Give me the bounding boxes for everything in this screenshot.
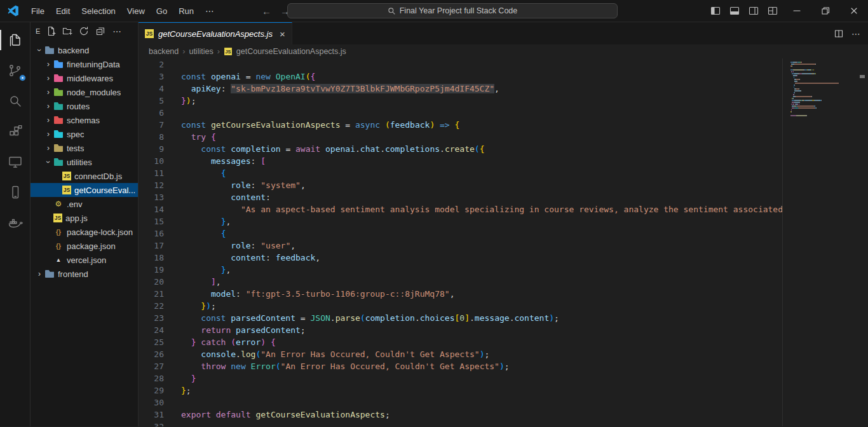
code-line[interactable]: 3const openai = new OpenAI({: [139, 71, 783, 83]
menu-item-selection[interactable]: Selection: [76, 0, 121, 22]
chevron-icon[interactable]: ›: [43, 60, 53, 69]
pending-changes-badge: [19, 74, 26, 81]
breadcrumb-item[interactable]: utilities: [189, 47, 213, 56]
code-line[interactable]: 30: [139, 396, 783, 409]
tree-item-tests[interactable]: ›tests: [31, 141, 138, 155]
code-line[interactable]: 17 role: "user",: [139, 240, 783, 252]
code-line[interactable]: 8 try {: [139, 131, 783, 143]
code-line[interactable]: 16 {: [139, 227, 783, 240]
tree-item-package-lock-json[interactable]: ›{}package-lock.json: [31, 225, 138, 239]
code-line[interactable]: 28 }: [139, 372, 783, 384]
toggle-panel-icon[interactable]: [725, 0, 744, 22]
code-line[interactable]: 10 messages: [: [139, 155, 783, 167]
chevron-icon[interactable]: ›: [43, 116, 53, 125]
menu-item-go[interactable]: Go: [151, 0, 173, 22]
menu-item-view[interactable]: View: [121, 0, 151, 22]
explorer-icon[interactable]: [0, 25, 31, 55]
tab-getcourseevaluationaspects[interactable]: JS getCourseEvaluationAspects.js ×: [139, 22, 292, 44]
tree-item-spec[interactable]: ›spec: [31, 127, 138, 141]
code-line[interactable]: 5});: [139, 95, 783, 107]
menu-item-file[interactable]: File: [25, 0, 50, 22]
code-line[interactable]: 15 },: [139, 215, 783, 227]
mobile-icon[interactable]: [0, 177, 31, 208]
remote-explorer-icon[interactable]: [0, 147, 31, 177]
code-line[interactable]: 20 ],: [139, 276, 783, 288]
new-folder-icon[interactable]: [62, 25, 73, 36]
chevron-icon[interactable]: ›: [43, 74, 53, 83]
code-line[interactable]: 19 },: [139, 264, 783, 276]
tree-item-frontend[interactable]: ›frontend: [31, 267, 138, 281]
tree-item-env[interactable]: ›⚙.env: [31, 197, 138, 211]
code-line[interactable]: 31export default getCourseEvaluationAspe…: [139, 409, 783, 421]
code-line[interactable]: 13 content:: [139, 191, 783, 203]
code-text: const getCourseEvaluationAspects = async…: [181, 120, 459, 130]
breadcrumb-item[interactable]: backend: [149, 47, 179, 56]
chevron-icon[interactable]: ›: [34, 269, 44, 278]
chevron-icon[interactable]: ›: [44, 157, 53, 167]
code-content: 23const openai = new OpenAI({4 apiKey: "…: [139, 58, 783, 426]
source-control-icon[interactable]: [0, 55, 31, 86]
tree-item-finetuningdata[interactable]: ›finetuningData: [31, 57, 138, 71]
code-line[interactable]: 32: [139, 421, 783, 426]
restore-button[interactable]: [811, 0, 839, 22]
tree-item-routes[interactable]: ›routes: [31, 99, 138, 113]
code-line[interactable]: 11 {: [139, 167, 783, 179]
code-line[interactable]: 29};: [139, 384, 783, 396]
tree-item-package-json[interactable]: ›{}package.json: [31, 239, 138, 253]
code-line[interactable]: 23 const parsedContent = JSON.parse(comp…: [139, 312, 783, 324]
minimap[interactable]: [790, 60, 849, 119]
back-icon[interactable]: ←: [262, 6, 271, 17]
toggle-secondary-sidebar-icon[interactable]: [744, 0, 763, 22]
close-button[interactable]: [839, 0, 868, 22]
code-line[interactable]: 21 model: "ft:gpt-3.5-turbo-1106:group-c…: [139, 288, 783, 300]
code-line[interactable]: 7const getCourseEvaluationAspects = asyn…: [139, 119, 783, 131]
menu-overflow-icon[interactable]: ⋯: [200, 6, 220, 16]
chevron-icon[interactable]: ›: [43, 102, 53, 111]
toggle-primary-sidebar-icon[interactable]: [706, 0, 725, 22]
code-line[interactable]: 22 });: [139, 300, 783, 312]
code-line[interactable]: 18 content: feedback,: [139, 252, 783, 264]
tree-item-middlewares[interactable]: ›middlewares: [31, 71, 138, 85]
refresh-icon[interactable]: [79, 25, 90, 36]
tree-item-connectdb-js[interactable]: ›JSconnectDb.js: [31, 169, 138, 183]
line-number: 8: [139, 131, 164, 143]
search-icon[interactable]: [0, 86, 31, 116]
chevron-icon[interactable]: ›: [43, 88, 53, 97]
tree-item-node-modules[interactable]: ›node_modules: [31, 85, 138, 99]
new-file-icon[interactable]: [46, 25, 57, 36]
code-line[interactable]: 27 throw new Error("An Error Has Occured…: [139, 360, 783, 372]
more-icon[interactable]: ⋯: [112, 25, 123, 36]
chevron-icon[interactable]: ›: [43, 130, 53, 139]
code-line[interactable]: 9 const completion = await openai.chat.c…: [139, 143, 783, 155]
customize-layout-icon[interactable]: [763, 0, 782, 22]
code-line[interactable]: 4 apiKey: "sk-bmPvz18era9tvTvwY0Z7T3Blbk…: [139, 83, 783, 95]
tree-item-getcourseeval[interactable]: ›JSgetCourseEval...: [31, 183, 138, 197]
code-line[interactable]: 24 return parsedContent;: [139, 324, 783, 336]
tree-item-utilities[interactable]: ›utilities: [31, 155, 138, 169]
chevron-icon[interactable]: ›: [43, 144, 53, 152]
extensions-icon[interactable]: [0, 116, 31, 147]
more-icon[interactable]: ⋯: [851, 29, 860, 38]
close-tab-icon[interactable]: ×: [280, 29, 285, 39]
menu-item-run[interactable]: Run: [173, 0, 200, 22]
code-editor[interactable]: 23const openai = new OpenAI({4 apiKey: "…: [139, 58, 868, 426]
code-line[interactable]: 26 console.log("An Error Has Occured, Co…: [139, 348, 783, 360]
minimize-button[interactable]: [782, 0, 811, 22]
tree-item-vercel-json[interactable]: ›▲vercel.json: [31, 253, 138, 267]
chevron-icon[interactable]: ›: [35, 45, 44, 55]
tree-item-app-js[interactable]: ›JSapp.js: [31, 211, 138, 225]
breadcrumb-item[interactable]: getCourseEvaluationAspects.js: [236, 47, 346, 56]
code-line[interactable]: 25 } catch (error) {: [139, 336, 783, 348]
code-line[interactable]: 12 role: "system",: [139, 179, 783, 191]
split-editor-icon[interactable]: [834, 29, 844, 39]
code-line[interactable]: 14 "As an aspect-based sentiment analysi…: [139, 203, 783, 215]
menu-item-edit[interactable]: Edit: [50, 0, 76, 22]
command-center-search[interactable]: Final Year Project full Stack Code: [287, 3, 618, 18]
code-line[interactable]: 6: [139, 107, 783, 119]
tree-item-schemas[interactable]: ›schemas: [31, 113, 138, 127]
code-line[interactable]: 2: [139, 58, 783, 71]
tree-item-backend[interactable]: ›backend: [31, 43, 138, 57]
code-text: {: [181, 168, 226, 178]
docker-icon[interactable]: [0, 208, 31, 238]
collapse-all-icon[interactable]: [95, 25, 106, 36]
